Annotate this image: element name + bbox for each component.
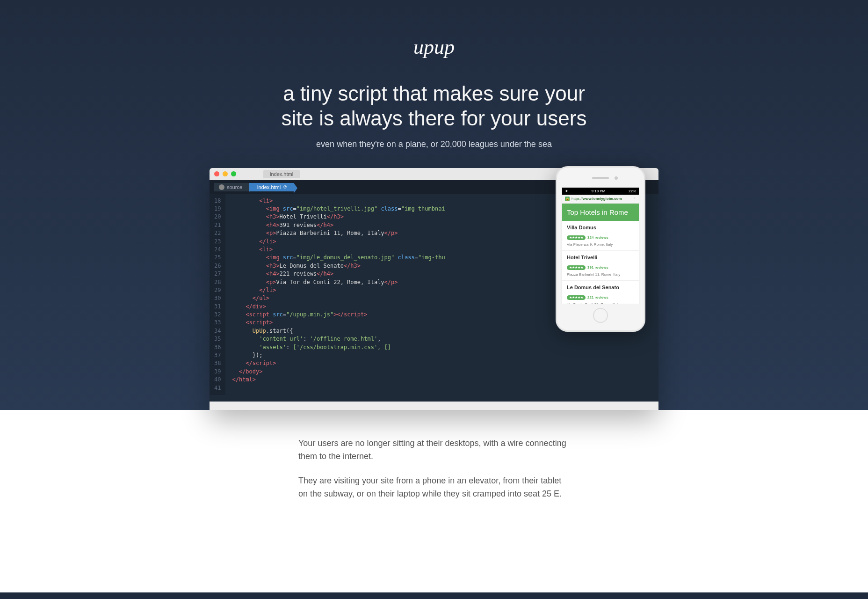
lock-icon: 🔒	[565, 197, 570, 201]
hero-subhead: even when they're on a plane, or 20,000 …	[9, 139, 859, 149]
hotel-name: Hotel Trivelli	[567, 255, 634, 260]
traffic-lights	[214, 171, 236, 176]
page-banner: Top Hotels in Rome	[562, 204, 639, 221]
status-battery: 22%	[629, 189, 636, 193]
status-time: 9:19 PM	[592, 189, 606, 193]
phone-statusbar: ✈ 9:19 PM 22%	[562, 188, 639, 195]
intro-paragraph-2: They are visiting your site from a phone…	[298, 475, 570, 501]
hotel-item[interactable]: Hotel Trivelli ★★★★★391 reviews Piazza B…	[562, 251, 639, 281]
hotel-name: Le Domus del Senato	[567, 285, 634, 290]
breadcrumb-source[interactable]: source	[214, 183, 249, 191]
hero-section: upup a tiny script that makes sure your …	[0, 0, 868, 410]
phone-screen: ✈ 9:19 PM 22% 🔒 https://www.lonelyglobe.…	[562, 187, 639, 304]
rating-pill: ★★★★★	[567, 295, 586, 300]
editor-footer	[210, 402, 658, 410]
hotel-item[interactable]: Villa Domus ★★★★★324 reviews Via Piacenz…	[562, 221, 639, 251]
rating-pill: ★★★★★	[567, 265, 586, 270]
hotel-address: Via Piacenza 9, Rome, Italy	[567, 242, 634, 247]
minimize-dot-icon[interactable]	[223, 171, 228, 176]
breadcrumb-file-label: index.html	[257, 184, 281, 190]
phone-speaker	[592, 177, 609, 179]
intro-paragraph-1: Your users are no longer sitting at thei…	[298, 437, 570, 463]
url-proto: https://	[571, 197, 583, 201]
hotel-name: Villa Domus	[567, 225, 634, 230]
airplane-mode-icon: ✈	[565, 189, 568, 193]
hotel-address: Via Tor de Conti 22, Rome, Italy	[567, 302, 634, 304]
breadcrumb-file[interactable]: index.html⟳	[249, 183, 294, 191]
hotel-list: Villa Domus ★★★★★324 reviews Via Piacenz…	[562, 221, 639, 304]
phone-camera	[615, 176, 618, 180]
review-count: 221 reviews	[587, 295, 608, 300]
phone-mockup: ✈ 9:19 PM 22% 🔒 https://www.lonelyglobe.…	[556, 166, 645, 332]
url-host: www.lonelyglobe.com	[583, 197, 622, 201]
hotel-item[interactable]: Le Domus del Senato ★★★★★221 reviews Via…	[562, 281, 639, 304]
refresh-icon: ⟳	[283, 184, 287, 190]
line-gutter: 1819202122232425262728293031323334353637…	[210, 194, 225, 395]
close-dot-icon[interactable]	[214, 171, 219, 176]
editor-tab[interactable]: index.html	[263, 170, 300, 178]
breadcrumb-source-label: source	[227, 184, 242, 190]
hero-headline: a tiny script that makes sure your site …	[266, 81, 602, 131]
brand-logo: upup	[9, 35, 859, 59]
demo-composite: index.html source index.html⟳ 1819202122…	[210, 168, 658, 410]
review-count: 391 reviews	[587, 265, 608, 270]
phone-urlbar[interactable]: 🔒 https://www.lonelyglobe.com ⋮	[562, 195, 639, 204]
rating-pill: ★★★★★	[567, 235, 586, 240]
github-icon	[219, 184, 224, 190]
kebab-menu-icon[interactable]: ⋮	[632, 197, 636, 201]
review-count: 324 reviews	[587, 235, 608, 240]
home-button-icon[interactable]	[593, 308, 608, 323]
hotel-address: Piazza Barberini 11, Rome, Italy	[567, 272, 634, 277]
body-copy: Your users are no longer sitting at thei…	[289, 410, 579, 521]
zoom-dot-icon[interactable]	[231, 171, 236, 176]
